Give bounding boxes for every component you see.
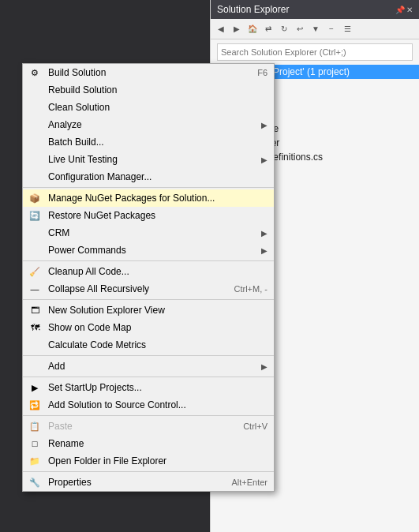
menu-item-properties[interactable]: 🔧PropertiesAlt+Enter <box>23 474 274 491</box>
cleanup-all-code-label: Cleanup All Code... <box>48 266 129 277</box>
se-refresh-btn[interactable]: ↻ <box>277 22 291 36</box>
batch-build-label: Batch Build... <box>48 137 104 148</box>
separator-after-add-solution-to-source-control <box>23 415 274 416</box>
se-sync-btn[interactable]: ⇄ <box>261 22 275 36</box>
menu-item-live-unit-testing[interactable]: Live Unit Testing▶ <box>23 151 274 168</box>
menu-item-clean-solution[interactable]: Clean Solution <box>23 99 274 116</box>
menu-item-add[interactable]: Add▶ <box>23 358 274 375</box>
menu-item-show-on-code-map[interactable]: 🗺Show on Code Map <box>23 319 274 336</box>
se-title: Solution Explorer <box>217 4 289 15</box>
build-solution-label: Build Solution <box>48 67 106 78</box>
menu-item-configuration-manager[interactable]: Configuration Manager... <box>23 168 274 185</box>
se-home-btn[interactable]: 🏠 <box>245 22 260 36</box>
analyze-label: Analyze <box>48 119 82 130</box>
show-on-code-map-label: Show on Code Map <box>48 322 131 333</box>
power-commands-label: Power Commands <box>48 245 126 256</box>
se-undo-btn[interactable]: ↩ <box>293 22 307 36</box>
manage-nuget-icon: 📦 <box>28 191 42 205</box>
se-close-icon[interactable]: ✕ <box>406 6 413 14</box>
add-arrow: ▶ <box>245 362 267 371</box>
calculate-code-metrics-label: Calculate Code Metrics <box>48 339 146 350</box>
se-forward-btn[interactable]: ▶ <box>230 22 244 36</box>
cleanup-all-code-icon: 🧹 <box>28 264 42 279</box>
se-pin-icon[interactable]: 📌 <box>395 6 405 14</box>
menu-item-analyze[interactable]: Analyze▶ <box>23 116 274 133</box>
se-back-btn[interactable]: ◀ <box>214 22 228 36</box>
se-toolbar: ◀ ▶ 🏠 ⇄ ↻ ↩ ▼ − ☰ <box>211 19 419 39</box>
menu-item-set-startup-projects[interactable]: ▶Set StartUp Projects... <box>23 379 274 396</box>
new-solution-explorer-view-label: New Solution Explorer View <box>48 305 165 316</box>
add-label: Add <box>48 361 65 372</box>
rename-icon: □ <box>28 436 42 451</box>
analyze-arrow: ▶ <box>245 121 267 129</box>
set-startup-projects-icon: ▶ <box>28 380 42 395</box>
menu-item-paste: 📋PasteCtrl+V <box>23 418 274 435</box>
manage-nuget-label: Manage NuGet Packages for Solution... <box>48 193 215 204</box>
properties-label: Properties <box>48 477 92 488</box>
menu-item-crm[interactable]: CRM▶ <box>23 224 274 242</box>
menu-item-build-solution[interactable]: ⚙Build SolutionF6 <box>23 64 274 81</box>
separator-after-add <box>23 377 274 377</box>
properties-icon: 🔧 <box>28 475 42 489</box>
separator-after-power-commands <box>23 260 274 261</box>
context-menu: ⚙Build SolutionF6Rebuild SolutionClean S… <box>22 63 275 492</box>
crm-arrow: ▶ <box>245 229 267 238</box>
set-startup-projects-label: Set StartUp Projects... <box>48 382 142 393</box>
menu-item-cleanup-all-code[interactable]: 🧹Cleanup All Code... <box>23 263 274 280</box>
menu-item-calculate-code-metrics[interactable]: Calculate Code Metrics <box>23 336 274 354</box>
properties-shortcut: Alt+Enter <box>215 478 267 487</box>
new-solution-explorer-view-icon: 🗔 <box>28 303 42 317</box>
se-titlebar: Solution Explorer 📌 ✕ <box>211 0 419 19</box>
restore-nuget-icon: 🔄 <box>28 208 42 223</box>
menu-item-rebuild-solution[interactable]: Rebuild Solution <box>23 81 274 99</box>
collapse-all-recursively-icon: — <box>28 282 42 296</box>
rename-label: Rename <box>48 438 84 449</box>
crm-label: CRM <box>48 227 69 238</box>
se-filter-btn[interactable]: ▼ <box>309 22 323 36</box>
power-commands-arrow: ▶ <box>245 246 267 255</box>
clean-solution-label: Clean Solution <box>48 102 110 113</box>
build-solution-icon: ⚙ <box>28 66 42 80</box>
collapse-all-recursively-label: Collapse All Recursively <box>48 283 149 294</box>
live-unit-testing-arrow: ▶ <box>245 155 267 164</box>
menu-item-new-solution-explorer-view[interactable]: 🗔New Solution Explorer View <box>23 302 274 319</box>
separator-after-configuration-manager <box>23 187 274 188</box>
restore-nuget-label: Restore NuGet Packages <box>48 210 155 221</box>
paste-shortcut: Ctrl+V <box>227 421 267 431</box>
configuration-manager-label: Configuration Manager... <box>48 171 152 182</box>
add-solution-to-source-control-label: Add Solution to Source Control... <box>48 399 186 410</box>
separator-after-collapse-all-recursively <box>23 299 274 300</box>
menu-item-power-commands[interactable]: Power Commands▶ <box>23 242 274 259</box>
add-solution-to-source-control-icon: 🔁 <box>28 398 42 412</box>
paste-icon: 📋 <box>28 419 42 433</box>
menu-item-rename[interactable]: □Rename <box>23 435 274 452</box>
separator-after-open-folder-in-file-explorer <box>23 471 274 472</box>
se-collapse-btn[interactable]: − <box>324 22 339 36</box>
live-unit-testing-label: Live Unit Testing <box>48 154 118 165</box>
menu-item-collapse-all-recursively[interactable]: —Collapse All RecursivelyCtrl+M, - <box>23 280 274 298</box>
show-on-code-map-icon: 🗺 <box>28 320 42 335</box>
menu-item-batch-build[interactable]: Batch Build... <box>23 133 274 151</box>
open-folder-in-file-explorer-label: Open Folder in File Explorer <box>48 455 166 466</box>
build-solution-shortcut: F6 <box>241 68 267 77</box>
menu-item-add-solution-to-source-control[interactable]: 🔁Add Solution to Source Control... <box>23 396 274 414</box>
paste-label: Paste <box>48 421 73 432</box>
menu-item-manage-nuget[interactable]: 📦Manage NuGet Packages for Solution... <box>23 189 274 207</box>
open-folder-in-file-explorer-icon: 📁 <box>28 454 42 468</box>
rebuild-solution-label: Rebuild Solution <box>48 84 117 96</box>
se-menu-btn[interactable]: ☰ <box>340 22 354 36</box>
menu-item-restore-nuget[interactable]: 🔄Restore NuGet Packages <box>23 207 274 224</box>
se-search-input[interactable] <box>217 43 413 61</box>
separator-after-calculate-code-metrics <box>23 355 274 356</box>
collapse-all-recursively-shortcut: Ctrl+M, - <box>219 284 267 294</box>
menu-item-open-folder-in-file-explorer[interactable]: 📁Open Folder in File Explorer <box>23 452 274 470</box>
